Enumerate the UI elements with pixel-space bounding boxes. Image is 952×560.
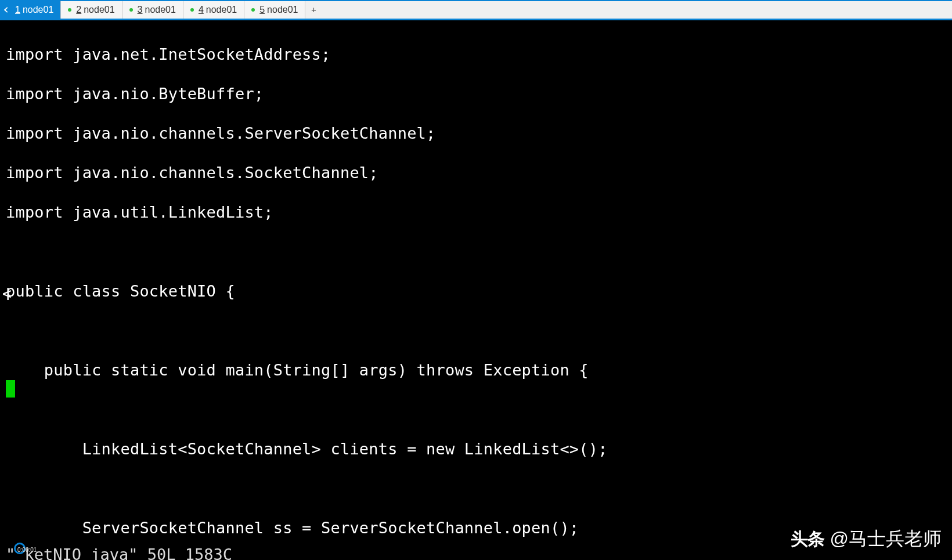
code-line: ServerSocketChannel ss = ServerSocketCha… [6,518,952,538]
code-line: LinkedList<SocketChannel> clients = new … [6,439,952,459]
editor-area[interactable]: < import java.net.InetSocketAddress; imp… [0,19,952,560]
code-line: public static void main(String[] args) t… [6,360,952,380]
tab-number: 3 [138,5,143,15]
code-line: import java.nio.channels.SocketChannel; [6,163,952,183]
tab-label: node01 [23,5,53,15]
code-line: public class SocketNIO { [6,281,952,301]
tab-number: 5 [259,5,265,15]
tab-2[interactable]: 2 node01 [61,1,122,19]
tab-label: node01 [267,5,298,15]
code-line: import java.nio.channels.ServerSocketCha… [6,124,952,143]
tab-3[interactable]: 3 node01 [122,1,183,19]
tab-5[interactable]: 5 node01 [244,1,305,19]
back-arrow-icon [2,6,10,14]
status-dot-icon [129,8,133,12]
tab-label: node01 [84,5,114,15]
add-tab-button[interactable]: + [305,1,322,19]
tab-4[interactable]: 4 node01 [183,1,244,19]
status-line: " ketNIO java" 50L 1583C [6,545,232,560]
tab-bar: 1 node01 2 node01 3 node01 4 node01 5 no… [0,0,952,19]
code-line: import java.util.LinkedList; [6,203,952,222]
code-editor[interactable]: import java.net.InetSocketAddress; impor… [0,20,952,560]
tab-number: 1 [15,5,20,15]
code-line: import java.net.InetSocketAddress; [6,45,952,64]
code-line: import java.nio.ByteBuffer; [6,84,952,104]
tab-1[interactable]: 1 node01 [0,1,61,19]
tab-label: node01 [206,5,237,15]
status-dot-icon [68,8,71,12]
code-line [6,479,952,498]
code-line [6,242,952,262]
tab-number: 2 [76,5,81,15]
tab-number: 4 [199,5,204,15]
status-dot-icon [251,8,255,12]
status-dot-icon [190,8,194,12]
timer-label: 0:00:01 [17,547,37,553]
code-line [6,321,952,341]
code-line [6,400,952,420]
tab-label: node01 [145,5,176,15]
